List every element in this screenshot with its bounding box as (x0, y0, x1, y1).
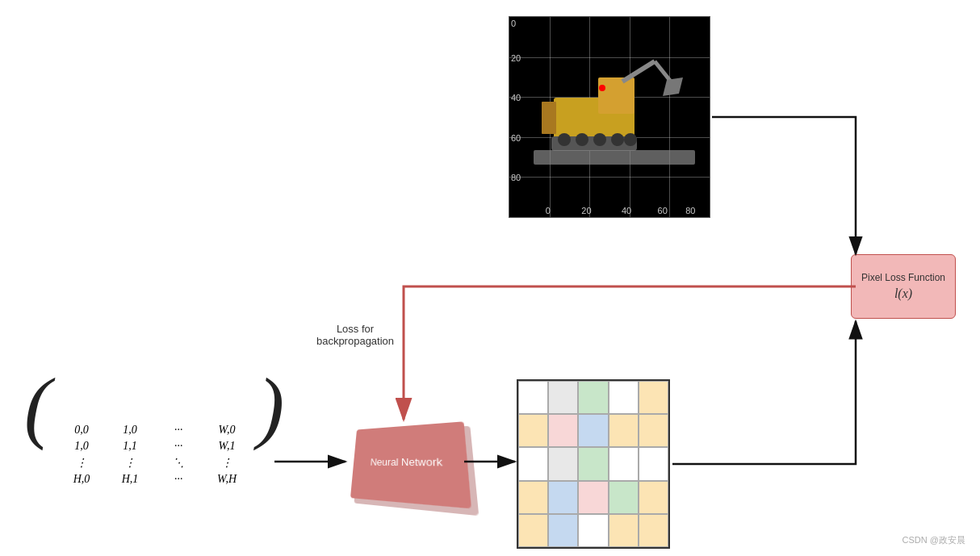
grid-cell (548, 514, 578, 547)
backprop-label: Loss forbackpropagation (315, 323, 396, 347)
grid-cell (609, 481, 639, 514)
svg-line-2 (622, 61, 655, 82)
grid-cell (548, 481, 578, 514)
plot-canvas: 0 20 40 60 80 0 20 40 60 80 (509, 17, 710, 217)
svg-point-8 (576, 133, 588, 146)
matrix-cell: ⋮ (57, 456, 106, 470)
output-color-grid (517, 379, 670, 549)
grid-cell (578, 381, 608, 414)
grid-cell (518, 381, 548, 414)
grid-cell (639, 481, 668, 514)
grid-cell (639, 381, 668, 414)
matrix-cell: ⋮ (106, 456, 154, 470)
grid-cell (609, 514, 639, 547)
grid-cell (609, 447, 639, 480)
matrix-area: ( 0,01,0···W,01,01,1···W,1⋮⋮⋱⋮H,0H,1···W… (24, 371, 284, 492)
matrix-cell: ··· (154, 440, 203, 453)
3d-plot: 0 20 40 60 80 0 20 40 60 80 (509, 16, 710, 218)
matrix-cell: H,0 (57, 473, 106, 486)
matrix-cell: 1,0 (57, 440, 106, 453)
svg-rect-5 (542, 102, 556, 134)
grid-cell (639, 514, 668, 547)
pixel-loss-function-box: Pixel Loss Function l(x) (851, 254, 956, 319)
diagram-container: ( 0,01,0···W,01,01,1···W,1⋮⋮⋱⋮H,0H,1···W… (0, 0, 980, 556)
grid-cell (548, 381, 578, 414)
matrix-cell: ⋱ (154, 456, 203, 470)
grid-cell (548, 447, 578, 480)
matrix-cell: W,H (203, 473, 251, 486)
svg-point-7 (558, 133, 571, 146)
svg-point-10 (611, 133, 624, 146)
grid-cell (578, 414, 608, 447)
grid-cell (578, 447, 608, 480)
matrix-cell: W,1 (203, 440, 251, 453)
matrix-cell: 1,1 (106, 440, 154, 453)
svg-point-13 (599, 85, 605, 91)
nn-box: Neural Network (347, 424, 460, 500)
svg-point-11 (624, 133, 637, 146)
grid-cell (639, 447, 668, 480)
grid-cell (548, 414, 578, 447)
grid-cell (518, 414, 548, 447)
matrix-cell: ··· (154, 424, 203, 437)
bulldozer-svg (509, 17, 710, 217)
grid-cell (609, 381, 639, 414)
loss-title: Pixel Loss Function (861, 272, 945, 283)
svg-line-3 (655, 61, 671, 82)
loss-formula: l(x) (894, 286, 912, 301)
grid-cell (639, 414, 668, 447)
matrix-cell: ⋮ (203, 456, 251, 470)
grid-cell (518, 447, 548, 480)
matrix-cell: H,1 (106, 473, 154, 486)
left-paren: ( (24, 362, 51, 451)
svg-point-9 (593, 133, 606, 146)
grid-cell (518, 481, 548, 514)
right-paren: ) (258, 362, 284, 451)
grid-cell (518, 514, 548, 547)
matrix-cell: 1,0 (106, 424, 154, 437)
watermark: CSDN @政安晨 (903, 534, 965, 546)
svg-rect-12 (534, 150, 695, 165)
matrix-content: 0,01,0···W,01,01,1···W,1⋮⋮⋱⋮H,0H,1···W,H (54, 417, 254, 492)
matrix-cell: 0,0 (57, 424, 106, 437)
svg-rect-1 (598, 77, 634, 114)
matrix-cell: W,0 (203, 424, 251, 437)
grid-cell (609, 414, 639, 447)
svg-marker-4 (663, 77, 683, 96)
nn-box-label: Neural Network (350, 421, 471, 508)
matrix-cell: ··· (154, 473, 203, 486)
grid-cell (578, 481, 608, 514)
grid-cell (578, 514, 608, 547)
